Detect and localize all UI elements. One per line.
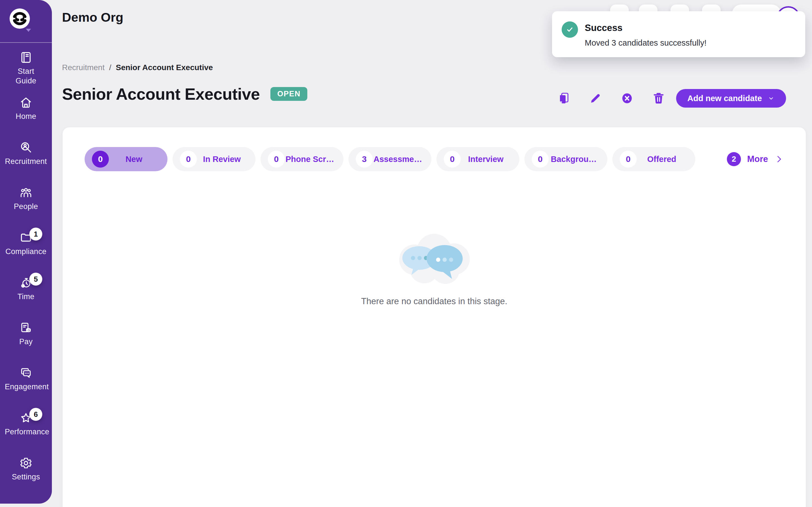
breadcrumb: Recruitment / Senior Account Executive [62,63,213,72]
org-logo-icon [10,8,30,29]
more-stages-count: 2 [727,152,741,166]
add-new-candidate-label: Add new candidate [688,94,762,103]
success-toast: Success Moved 3 candidates successfully! [552,11,805,57]
stage-count: 0 [532,151,549,168]
sidebar-item-home[interactable]: Home [0,91,52,136]
sidebar-item-time[interactable]: 5 Time [0,271,52,316]
stage-label: New [109,155,167,164]
more-stages-label: More [747,154,768,164]
sidebar-item-label: People [14,202,38,211]
pipeline-card: 0 New 0 In Review 0 Phone Scr… 3 Assessm… [63,127,806,507]
edit-job-button[interactable] [588,89,603,107]
breadcrumb-current: Senior Account Executive [116,63,213,72]
sidebar-item-label: Settings [12,472,40,482]
add-new-candidate-button[interactable]: Add new candidate [676,89,786,108]
sidebar-item-pay[interactable]: Pay [0,316,52,361]
breadcrumb-separator: / [109,63,111,72]
sidebar-item-label: Recruitment [5,157,47,166]
sidebar-item-recruitment[interactable]: Recruitment [0,136,52,181]
more-stages-button[interactable]: 2 More [727,152,784,166]
compliance-badge: 1 [29,228,42,240]
close-job-button[interactable] [619,89,635,107]
app-screen: Start Guide Home [0,0,812,507]
candidate-search-icon [19,141,33,154]
stage-tab-assessment[interactable]: 3 Assessme… [349,147,432,171]
title-actions: Add new candidate [556,89,786,108]
pay-icon [19,321,33,335]
stage-tab-offered[interactable]: 0 Offered [612,147,695,171]
time-badge: 5 [29,273,42,286]
sidebar-item-label: Time [17,292,35,301]
gear-icon [19,456,33,470]
stage-label: Phone Scr… [285,155,343,164]
breadcrumb-parent-link[interactable]: Recruitment [62,63,105,72]
stage-pills: 0 New 0 In Review 0 Phone Scr… 3 Assessm… [85,147,695,171]
copy-icon [557,92,571,105]
pencil-icon [589,92,602,105]
sidebar-item-performance[interactable]: 6 Performance [0,406,52,451]
stage-count: 3 [356,151,373,168]
stage-label: In Review [197,155,255,164]
sidebar-item-engagement[interactable]: Engagement [0,361,52,406]
stage-label: Assessme… [373,155,432,164]
chat-bubbles-illustration [393,231,475,288]
duplicate-job-button[interactable] [556,89,572,107]
org-switcher-caret-icon [26,29,31,32]
delete-job-button[interactable] [651,89,666,107]
chat-bubbles-icon [19,366,33,380]
toast-title: Success [585,22,622,33]
stage-tab-background-check[interactable]: 0 Backgrou… [524,147,607,171]
stage-tab-phone-screen[interactable]: 0 Phone Scr… [260,147,343,171]
stage-count: 0 [620,151,637,168]
sidebar-item-label: Compliance [5,247,47,256]
stage-tab-new[interactable]: 0 New [85,147,167,171]
toast-message: Moved 3 candidates successfully! [585,38,707,48]
stage-count: 0 [268,151,285,168]
stage-label: Offered [637,155,695,164]
stage-label: Backgrou… [549,155,607,164]
empty-state-message: There are no candidates in this stage. [361,296,507,306]
org-name: Demo Org [62,10,123,25]
stage-tab-interview[interactable]: 0 Interview [437,147,519,171]
stage-count: 0 [444,151,461,168]
sidebar-item-label: Start Guide [10,66,42,86]
check-circle-icon [562,21,578,38]
empty-state: There are no candidates in this stage. [63,231,806,306]
org-logo-section[interactable] [0,0,52,43]
x-circle-icon [620,92,634,105]
sidebar-item-label: Engagement [5,382,47,392]
performance-badge: 6 [29,408,42,421]
sidebar-item-label: Home [15,112,36,121]
sidebar-item-settings[interactable]: Settings [0,451,52,496]
sidebar-item-people[interactable]: People [0,181,52,226]
book-icon [19,51,33,64]
page-title: Senior Account Executive [62,84,260,103]
stage-tab-in-review[interactable]: 0 In Review [172,147,255,171]
sidebar-nav: Start Guide Home [0,43,52,504]
chevron-down-icon [767,95,775,102]
home-icon [19,96,33,109]
trash-icon [652,92,665,105]
stage-tabs: 0 New 0 In Review 0 Phone Scr… 3 Assessm… [85,147,784,171]
chevron-right-icon [774,154,784,164]
people-icon [19,186,33,200]
stage-count: 0 [180,151,197,168]
status-badge: OPEN [270,87,307,101]
stage-label: Interview [461,155,519,164]
title-row: Senior Account Executive OPEN [62,84,307,103]
sidebar: Start Guide Home [0,0,52,504]
sidebar-item-label: Pay [19,337,33,346]
sidebar-item-start-guide[interactable]: Start Guide [0,46,52,91]
sidebar-item-compliance[interactable]: 1 Compliance [0,226,52,271]
stage-count: 0 [92,151,109,168]
sidebar-item-label: Performance [5,427,47,437]
